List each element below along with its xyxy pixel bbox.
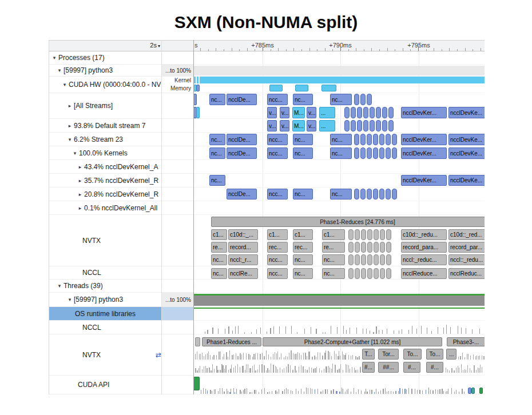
- range-pill[interactable]: [380, 268, 385, 279]
- kernel-block[interactable]: ...: [319, 107, 335, 118]
- tree-row-processes[interactable]: ▾Processes (17): [49, 51, 193, 65]
- kernel-pill[interactable]: [392, 147, 397, 159]
- nvtx-range-block[interactable]: ##...: [378, 362, 399, 373]
- range-block[interactable]: nccl:_reduc...: [401, 254, 447, 265]
- collapse-icon[interactable]: ▾: [66, 293, 73, 307]
- kernel-block[interactable]: nc...: [293, 189, 313, 199]
- kernel-pill[interactable]: [360, 94, 366, 105]
- kernel-pill[interactable]: [360, 189, 366, 199]
- kernel-block[interactable]: ncclDevKer...: [401, 107, 447, 118]
- range-pill[interactable]: [361, 229, 366, 240]
- kernel-block[interactable]: [196, 85, 200, 91]
- kernel-block[interactable]: nc...: [209, 147, 225, 159]
- range-block[interactable]: c1...: [267, 229, 288, 240]
- range-block[interactable]: nc...: [322, 268, 345, 279]
- range-pill[interactable]: [374, 268, 379, 279]
- kernel-block[interactable]: ncc...: [267, 189, 288, 199]
- expand-icon[interactable]: ▸: [66, 93, 73, 119]
- range-pill[interactable]: [367, 254, 372, 265]
- collapse-icon[interactable]: ▾: [56, 280, 63, 293]
- kernel-block[interactable]: nc...: [209, 94, 225, 105]
- range-pill[interactable]: [348, 254, 354, 265]
- kernel-block[interactable]: ncclDe...: [227, 94, 257, 105]
- tree-row-nccl-cuda[interactable]: NCCL: [49, 266, 193, 280]
- kernel-pill[interactable]: [354, 134, 359, 145]
- range-pill[interactable]: [386, 254, 391, 265]
- kernel-pill[interactable]: [360, 147, 366, 159]
- kernel-block[interactable]: ncclDevKe...: [448, 147, 485, 159]
- range-block[interactable]: nc...: [211, 268, 227, 279]
- nvtx-range-block[interactable]: ...: [446, 349, 456, 360]
- range-pill[interactable]: [361, 268, 366, 279]
- tree-row-nvtx-thread[interactable]: NVTX⇄: [49, 334, 193, 376]
- kernel-block[interactable]: nc...: [209, 134, 225, 145]
- tree-row-nvtx-cuda[interactable]: NVTX: [49, 215, 193, 266]
- range-block[interactable]: nc...: [293, 268, 313, 279]
- nvtx-range-block[interactable]: To...: [403, 349, 422, 360]
- kernel-block[interactable]: nc...: [293, 147, 313, 159]
- range-block[interactable]: ncclRe...: [228, 268, 258, 279]
- expand-icon[interactable]: ▸: [77, 174, 84, 187]
- kernel-pill[interactable]: [379, 147, 384, 159]
- range-pill[interactable]: [380, 229, 385, 240]
- range-block[interactable]: [195, 337, 200, 346]
- tree-row-cuda-api[interactable]: CUDA API: [49, 376, 193, 394]
- kernel-pill[interactable]: [367, 94, 372, 105]
- range-block[interactable]: c1...: [322, 229, 345, 240]
- range-pill[interactable]: [380, 254, 385, 265]
- range-pill[interactable]: [367, 242, 372, 253]
- kernel-pill[interactable]: [354, 147, 359, 159]
- kernel-pill[interactable]: [351, 107, 356, 118]
- kernel-pill[interactable]: [357, 120, 362, 131]
- kernel-block[interactable]: ncc...: [267, 134, 288, 145]
- panel-splitter[interactable]: [193, 40, 194, 394]
- collapse-icon[interactable]: ▾: [61, 77, 68, 93]
- kernel-block[interactable]: M...: [292, 120, 305, 131]
- kernel-block[interactable]: nc...: [330, 94, 352, 105]
- nvtx-range-block[interactable]: Phase1-Reduces ...: [202, 337, 261, 346]
- range-pill[interactable]: [355, 268, 360, 279]
- kernel-block[interactable]: v...: [267, 120, 277, 131]
- kernel-pill[interactable]: [354, 189, 359, 199]
- tree-row-kernel-allgather[interactable]: ▸43.4% ncclDevKernel_A: [49, 160, 193, 174]
- tree-row-all-streams[interactable]: ▸[All Streams]: [49, 93, 193, 119]
- range-block[interactable]: ncclReduc...: [448, 268, 485, 279]
- api-event-block[interactable]: [471, 388, 475, 394]
- range-block[interactable]: nccl:_r...: [228, 254, 258, 265]
- kernel-pill[interactable]: [357, 107, 362, 118]
- nvtx-range-block[interactable]: #...: [362, 362, 375, 373]
- range-block[interactable]: record...: [228, 242, 258, 253]
- kernel-pill[interactable]: [370, 120, 375, 131]
- expand-icon[interactable]: ▸: [77, 160, 84, 174]
- range-pill[interactable]: [361, 254, 366, 265]
- tree-row-kernels[interactable]: ▾100.0% Kernels: [49, 146, 193, 160]
- kernel-pill[interactable]: [382, 120, 387, 131]
- tree-row-kernel-reducescatter[interactable]: ▸35.7% ncclDevKernel_R: [49, 174, 193, 187]
- range-block[interactable]: nc...: [322, 254, 345, 265]
- kernel-block[interactable]: nc...: [293, 134, 313, 145]
- tree-row-stream-23[interactable]: ▾6.2% Stream 23: [49, 133, 193, 146]
- expand-icon[interactable]: ▸: [77, 187, 84, 201]
- range-pill[interactable]: [386, 242, 391, 253]
- nvtx-range-block[interactable]: Phase3-...: [447, 337, 485, 346]
- kernel-pill[interactable]: [392, 189, 397, 199]
- kernel-block[interactable]: nc...: [293, 94, 313, 105]
- kernel-pill[interactable]: [386, 147, 391, 159]
- tree-row-nccl-thread[interactable]: NCCL: [49, 321, 193, 334]
- nvtx-range-block[interactable]: #...: [426, 362, 443, 373]
- collapse-icon[interactable]: ▾: [51, 51, 58, 65]
- kernel-pill[interactable]: [376, 107, 381, 118]
- kernel-pill[interactable]: [373, 147, 378, 159]
- range-pill[interactable]: [355, 242, 360, 253]
- kernel-pill[interactable]: [376, 120, 381, 131]
- kernel-block[interactable]: ncclDevKer...: [401, 134, 447, 145]
- kernel-block[interactable]: nc...: [209, 175, 225, 186]
- kernel-pill[interactable]: [382, 107, 387, 118]
- kernel-block[interactable]: nc...: [330, 134, 352, 145]
- collapse-icon[interactable]: ▾: [66, 133, 73, 146]
- kernel-block[interactable]: ncclDe...: [227, 147, 257, 159]
- kernel-block[interactable]: v...: [267, 107, 277, 118]
- kernel-block[interactable]: ncc...: [267, 147, 288, 159]
- kernel-block[interactable]: ncclDe...: [227, 134, 257, 145]
- kernel-pill[interactable]: [344, 120, 350, 131]
